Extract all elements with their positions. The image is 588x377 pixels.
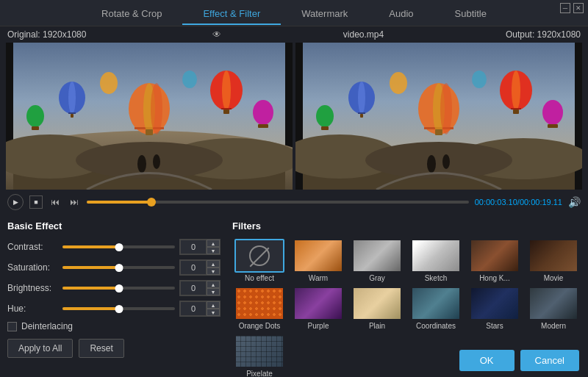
output-preview [295, 43, 582, 190]
svg-rect-10 [146, 129, 153, 135]
filter-hong-k-thumb [470, 239, 520, 273]
brightness-value-box: ▲ ▼ [179, 280, 220, 296]
output-resolution: Output: 1920x1080 [506, 29, 581, 40]
minimize-button[interactable]: ─ [560, 3, 570, 13]
filter-gray-label: Gray [369, 274, 385, 282]
svg-point-52 [472, 71, 487, 88]
filter-sketch-thumb [411, 239, 461, 273]
saturation-label: Saturation: [7, 262, 62, 273]
contrast-row: Contrast: ▲ ▼ [7, 239, 220, 255]
filter-orange-dots-thumb [234, 287, 284, 320]
filter-modern-label: Modern [541, 322, 566, 330]
filter-gray[interactable]: Gray [350, 239, 404, 282]
deinterlacing-checkbox[interactable] [7, 322, 17, 331]
filter-movie-thumb [528, 239, 578, 273]
tab-rotate-crop[interactable]: Rotate & Crop [81, 4, 182, 25]
svg-rect-46 [513, 109, 519, 114]
filter-plain[interactable]: Plain [350, 287, 404, 330]
filter-warm[interactable]: Warm [291, 239, 345, 282]
filter-plain-label: Plain [369, 322, 385, 330]
saturation-slider[interactable] [62, 266, 175, 269]
svg-point-12 [153, 154, 160, 169]
saturation-up[interactable]: ▲ [207, 260, 220, 268]
filter-no-effect-thumb [234, 239, 284, 273]
close-button[interactable]: ✕ [573, 3, 584, 13]
svg-rect-45 [511, 108, 521, 109]
filter-purple-label: Purple [308, 322, 329, 330]
filter-plain-thumb [352, 287, 402, 320]
next-frame-button[interactable]: ⏭ [68, 195, 81, 209]
svg-point-49 [542, 100, 563, 125]
eye-icon[interactable]: 👁 [212, 29, 221, 40]
contrast-value-box: ▲ ▼ [179, 239, 220, 255]
hue-value-box: ▲ ▼ [179, 301, 220, 317]
saturation-input[interactable] [180, 260, 207, 275]
svg-point-40 [358, 82, 365, 114]
hue-up[interactable]: ▲ [207, 301, 220, 309]
contrast-slider[interactable] [62, 245, 175, 248]
svg-rect-15 [68, 112, 76, 114]
tab-watermark[interactable]: Watermark [281, 4, 368, 25]
brightness-input[interactable] [180, 281, 207, 295]
tab-subtitle[interactable]: Subtitle [434, 4, 507, 25]
deinterlacing-row: Deinterlacing [7, 321, 220, 331]
filter-coordinates[interactable]: Coordinates [409, 287, 463, 330]
filter-stars-thumb [470, 287, 520, 320]
tab-effect-filter[interactable]: Effect & Filter [182, 4, 281, 25]
filter-pixelate[interactable]: Pixelate [232, 334, 287, 377]
preview-area [0, 43, 588, 190]
filter-orange-dots-label: Orange Dots [239, 322, 281, 330]
apply-to-all-button[interactable]: Apply to All [7, 339, 73, 358]
svg-point-37 [427, 155, 436, 173]
filter-warm-label: Warm [309, 274, 328, 282]
contrast-down[interactable]: ▼ [207, 247, 220, 254]
tab-bar: Rotate & Crop Effect & Filter Watermark … [0, 0, 588, 26]
svg-point-18 [222, 71, 231, 110]
tab-audio[interactable]: Audio [368, 4, 434, 25]
filter-hong-k[interactable]: Hong K... [467, 239, 522, 282]
title-bar: ─ ✕ [556, 0, 588, 16]
brightness-up[interactable]: ▲ [207, 281, 220, 288]
contrast-up[interactable]: ▲ [207, 240, 220, 247]
saturation-value-box: ▲ ▼ [179, 259, 220, 276]
svg-rect-20 [223, 109, 229, 114]
ok-button[interactable]: OK [459, 350, 514, 371]
filter-sketch[interactable]: Sketch [409, 239, 463, 282]
hue-down[interactable]: ▼ [207, 309, 220, 316]
hue-label: Hue: [7, 304, 62, 314]
svg-point-35 [440, 83, 452, 134]
filter-stars[interactable]: Stars [467, 287, 522, 330]
svg-point-14 [68, 82, 76, 114]
video-info-bar: Original: 1920x1080 👁 video.mp4 Output: … [0, 26, 588, 43]
filter-warm-thumb [293, 239, 343, 273]
brightness-slider[interactable] [62, 287, 175, 290]
svg-rect-22 [32, 126, 39, 130]
effect-panel: Basic Effect Contrast: ▲ ▼ Saturation: [7, 220, 220, 377]
reset-button[interactable]: Reset [79, 339, 123, 358]
cancel-button[interactable]: Cancel [520, 350, 579, 371]
filter-coordinates-thumb [411, 287, 461, 320]
hue-slider[interactable] [62, 307, 175, 310]
play-button[interactable]: ▶ [7, 194, 24, 210]
volume-icon[interactable]: 🔊 [568, 196, 581, 208]
svg-rect-41 [358, 112, 365, 114]
progress-bar[interactable] [87, 201, 469, 204]
prev-frame-button[interactable]: ⏮ [49, 195, 62, 209]
filter-movie[interactable]: Movie [526, 239, 581, 282]
brightness-row: Brightness: ▲ ▼ [7, 280, 220, 296]
stop-button[interactable]: ■ [29, 195, 43, 209]
filter-no-effect[interactable]: No effect [232, 239, 287, 282]
svg-point-21 [26, 105, 44, 127]
saturation-down[interactable]: ▼ [207, 268, 220, 275]
filter-coordinates-label: Coordinates [416, 322, 456, 330]
filter-modern[interactable]: Modern [526, 287, 581, 330]
brightness-down[interactable]: ▼ [207, 288, 220, 295]
svg-rect-50 [548, 124, 558, 128]
filter-purple[interactable]: Purple [291, 287, 345, 330]
filter-orange-dots[interactable]: Orange Dots [232, 287, 287, 330]
contrast-input[interactable] [180, 240, 207, 254]
hue-input[interactable] [180, 301, 207, 316]
filter-modern-thumb [528, 287, 578, 320]
action-buttons: Apply to All Reset [7, 339, 220, 358]
svg-point-44 [512, 71, 520, 110]
